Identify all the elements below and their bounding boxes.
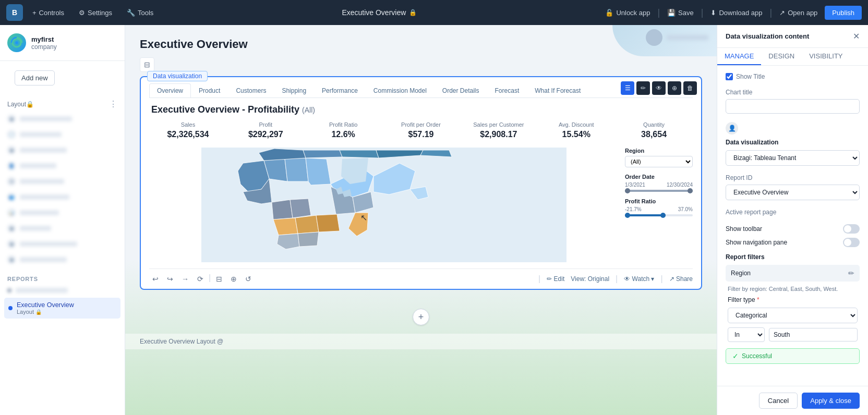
sidebar-item-2[interactable]: 📄 [0,127,125,142]
save-button[interactable]: 💾 Save [662,6,699,19]
show-nav-row: Show navigation pane [726,238,860,247]
sidebar-item-6[interactable]: 👥 [0,189,125,205]
chart-title-input[interactable] [726,99,860,114]
region-filter-panel: Region ✏ [726,265,860,282]
sidebar-item-10[interactable]: ◉ [0,252,125,267]
controls-button[interactable]: + Controls [27,6,69,19]
filter-edit-icon[interactable]: ✏ [848,269,854,277]
panel-tab-manage[interactable]: MANAGE [717,48,761,65]
sidebar-item-3[interactable]: ◉ [0,142,125,158]
report-dot [7,288,11,292]
collapse-button[interactable]: ⊟ [140,57,154,72]
tableau-embed: Overview Product Customers Shipping Perf… [141,77,701,289]
zoom-in-button[interactable]: ⊕ [227,273,240,285]
sidebar-item-5[interactable]: ☑ [0,174,125,189]
company-logo [7,33,26,52]
widget-tool-view[interactable]: 👁 [652,81,666,95]
svg-point-2 [15,41,18,44]
tab-order-details[interactable]: Order Details [435,83,487,97]
order-date-slider[interactable] [625,190,693,192]
more-icon[interactable]: ⋮ [109,99,117,109]
watch-action[interactable]: 👁 Watch ▾ [624,275,654,283]
rotate-button[interactable]: ↺ [242,273,255,285]
tab-product[interactable]: Product [191,83,228,97]
tab-what-if-forecast[interactable]: What If Forecast [527,83,588,97]
add-section-button[interactable]: + [413,309,429,325]
widget-tool-add[interactable]: ⊕ [668,81,681,95]
sidebar-report-blurred[interactable] [0,284,125,297]
lock-icon: 🔒 [409,9,417,16]
sidebar-report-executive-overview[interactable]: Executive Overview Layout 🔒 [4,298,120,319]
nav-right-actions: 🔓 Unlock app | 💾 Save | ⬇ Download app |… [600,6,862,20]
profit-ratio-slider[interactable] [625,214,693,216]
report-id-select[interactable]: Executive Overview [726,185,860,200]
redo-button[interactable]: ↪ [164,273,176,285]
tab-overview[interactable]: Overview [149,83,191,97]
sidebar-item-1[interactable]: ◉ [0,111,125,127]
report-filters-label: Report filters [726,253,860,261]
panel-header: Data visualization content ✕ [717,25,868,48]
metric-profit: Profit $292,297 [227,121,305,139]
metric-profit-per-order: Profit per Order $57.19 [382,121,460,139]
external-link-icon: ↗ [779,9,785,17]
filter-type-select[interactable]: Categorical [728,308,858,323]
tab-forecast[interactable]: Forecast [487,83,527,97]
sidebar-item-icon-10: ◉ [7,255,16,264]
sidebar-item-8[interactable]: ◉ [0,221,125,236]
show-title-label[interactable]: Show Title [726,73,860,80]
add-new-button[interactable]: Add new [15,70,55,86]
unlock-icon: 🔓 [605,9,613,17]
tools-button[interactable]: 🔧 Tools [122,6,159,19]
data-visualization-select[interactable]: Bizagi: Tableau Tenant [726,150,860,166]
edit-action[interactable]: ✏ Edit [547,275,564,283]
widget-tool-delete[interactable]: 🗑 [683,81,697,95]
publish-button[interactable]: Publish [825,6,862,20]
settings-icon: ⚙ [79,9,85,17]
region-filter-select[interactable]: (All) Central East South West [625,156,693,167]
sidebar-item-9[interactable]: ◉ [0,236,125,252]
share-action[interactable]: ↗ Share [669,275,693,283]
active-report-page-group: Active report page [726,209,860,216]
forward-button[interactable]: → [178,273,192,285]
unlock-app-button[interactable]: 🔓 Unlock app [600,6,655,19]
top-navigation: B + Controls ⚙ Settings 🔧 Tools Executiv… [0,0,868,25]
region-filter-name: Region [731,270,751,277]
undo-button[interactable]: ↩ [149,273,162,285]
download-app-button[interactable]: ⬇ Download app [705,6,767,19]
settings-button[interactable]: ⚙ Settings [74,6,117,19]
sidebar-item-icon-7: 📊 [7,209,16,217]
sidebar-item-7[interactable]: 📊 [0,205,125,221]
open-app-button[interactable]: ↗ Open app [774,6,823,19]
widget-tool-list[interactable]: ☰ [621,81,634,95]
canvas-footer: Executive Overview Layout @ [125,334,717,349]
show-nav-toggle[interactable] [843,238,860,247]
refresh-button[interactable]: ⟳ [194,273,207,285]
filter-type-label: Filter type * [728,296,760,303]
zoom-out-button[interactable]: ⊟ [213,273,225,285]
filter-operator-select[interactable]: In Not In [728,327,765,342]
tableau-bottom-bar: ↩ ↪ → ⟳ | ⊟ ⊕ ↺ | ✏ Edit View: Ori [149,268,693,289]
panel-tab-design[interactable]: DESIGN [761,48,802,65]
reports-section: REPORTS Executive Overview Layout 🔒 [0,272,125,320]
sidebar-item-4[interactable]: 👤 [0,158,125,174]
data-visualization-label: Data visualization [726,139,860,146]
close-panel-button[interactable]: ✕ [853,31,860,41]
success-badge: ✓ Successful [726,348,860,364]
active-report-page-label: Active report page [726,209,860,216]
apply-close-button[interactable]: Apply & close [802,393,860,409]
widget-container: Data visualization ☰ ✏ 👁 ⊕ 🗑 Overview Pr… [140,76,702,290]
show-title-checkbox[interactable] [726,73,733,80]
tab-performance[interactable]: Performance [314,83,366,97]
profit-ratio-filter-group: Profit Ratio -21.7% 37.0% [625,198,693,216]
widget-tool-edit[interactable]: ✏ [636,81,650,95]
sidebar-item-icon-9: ◉ [7,240,16,248]
tab-commission-model[interactable]: Commission Model [366,83,435,97]
tab-shipping[interactable]: Shipping [274,83,314,97]
show-toolbar-label: Show toolbar [726,225,762,233]
filter-value-input[interactable] [769,328,858,341]
cancel-button[interactable]: Cancel [759,393,798,409]
panel-tab-visibility[interactable]: VISIBILITY [802,48,850,65]
tab-customers[interactable]: Customers [228,83,274,97]
view-original-action[interactable]: View: Original [571,275,609,283]
show-toolbar-toggle[interactable] [843,224,860,234]
